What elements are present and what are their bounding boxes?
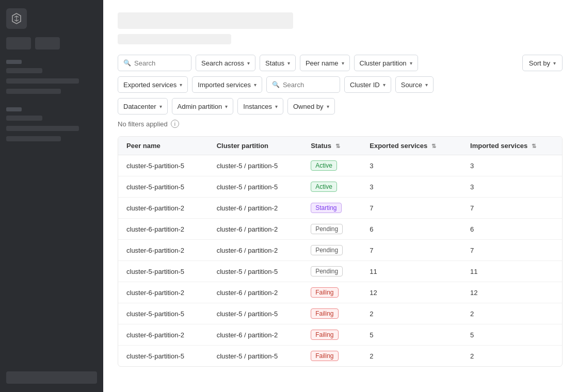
status-filter-button[interactable]: Status ▾ xyxy=(260,55,296,71)
col-imported-services[interactable]: Imported services ⇅ xyxy=(462,137,562,155)
sidebar-btn-2[interactable] xyxy=(35,37,60,50)
search2-input-wrap[interactable]: 🔍 xyxy=(266,76,340,93)
search-across-button[interactable]: Search across ▾ xyxy=(196,55,255,71)
table-row[interactable]: cluster-6-partition-2 cluster-6 / partit… xyxy=(118,198,562,219)
cell-peer-name: cluster-5-partition-5 xyxy=(118,303,209,324)
filter-row-3: Datacenter ▾ Admin partition ▾ Instances… xyxy=(118,98,563,115)
cell-peer-name: cluster-5-partition-5 xyxy=(118,155,209,176)
table-row[interactable]: cluster-6-partition-2 cluster-6 / partit… xyxy=(118,240,562,261)
cell-exported-services: 7 xyxy=(361,240,462,261)
col-peer-name: Peer name xyxy=(118,137,209,155)
sidebar-nav-item-3[interactable] xyxy=(6,89,61,94)
cell-cluster-partition: cluster-6 / partition-2 xyxy=(209,324,303,346)
status-badge: Failing xyxy=(311,287,338,298)
admin-partition-chevron-icon: ▾ xyxy=(225,104,228,109)
cell-exported-services: 3 xyxy=(361,176,462,198)
cell-imported-services: 11 xyxy=(462,261,562,282)
cell-imported-services: 2 xyxy=(462,303,562,324)
cluster-partition-filter-button[interactable]: Cluster partition ▾ xyxy=(354,55,418,71)
table-row[interactable]: cluster-5-partition-5 cluster-5 / partit… xyxy=(118,346,562,367)
col-cluster-partition: Cluster partition xyxy=(209,137,303,155)
imported-sort-arrows: ⇅ xyxy=(532,143,536,150)
status-badge: Starting xyxy=(311,203,341,213)
exported-services-chevron-icon: ▾ xyxy=(180,82,182,88)
cell-status: Active xyxy=(302,155,361,176)
cluster-id-filter-button[interactable]: Cluster ID ▾ xyxy=(344,76,391,93)
status-badge: Active xyxy=(311,160,337,171)
table-row[interactable]: cluster-6-partition-2 cluster-6 / partit… xyxy=(118,324,562,346)
instances-filter-button[interactable]: Instances ▾ xyxy=(237,98,283,115)
no-filters-text: No filters applied xyxy=(118,120,168,128)
hashicorp-logo-icon xyxy=(10,12,23,25)
sidebar-nav-item-1[interactable] xyxy=(6,68,42,73)
table-row[interactable]: cluster-6-partition-2 cluster-6 / partit… xyxy=(118,282,562,303)
exported-services-filter-button[interactable]: Exported services ▾ xyxy=(118,76,188,93)
col-exported-services[interactable]: Exported services ⇅ xyxy=(361,137,462,155)
cluster-partition-label: Cluster partition xyxy=(360,59,407,67)
cell-cluster-partition: cluster-6 / partition-2 xyxy=(209,198,303,219)
cell-exported-services: 7 xyxy=(361,198,462,219)
cell-peer-name: cluster-6-partition-2 xyxy=(118,219,209,240)
search2-input[interactable] xyxy=(283,81,334,89)
table-row[interactable]: cluster-5-partition-5 cluster-5 / partit… xyxy=(118,303,562,324)
cluster-id-chevron-icon: ▾ xyxy=(383,82,386,88)
status-badge: Failing xyxy=(311,308,338,319)
main-content: 🔍 Search across ▾ Status ▾ Peer name ▾ C… xyxy=(103,0,577,392)
logo[interactable] xyxy=(6,8,27,29)
admin-partition-filter-button[interactable]: Admin partition ▾ xyxy=(172,98,234,115)
search-input-wrap[interactable]: 🔍 xyxy=(118,55,191,71)
admin-partition-label: Admin partition xyxy=(178,103,222,110)
page-subtitle-bar xyxy=(118,34,231,44)
cell-peer-name: cluster-5-partition-5 xyxy=(118,261,209,282)
exported-services-label: Exported services xyxy=(123,81,177,89)
sidebar-btn-1[interactable] xyxy=(6,37,31,50)
cell-cluster-partition: cluster-5 / partition-5 xyxy=(209,261,303,282)
cell-status: Failing xyxy=(302,303,361,324)
table-row[interactable]: cluster-6-partition-2 cluster-6 / partit… xyxy=(118,219,562,240)
cell-imported-services: 7 xyxy=(462,198,562,219)
sidebar-section-label-1 xyxy=(6,60,22,64)
status-badge: Pending xyxy=(311,266,343,276)
owned-by-label: Owned by xyxy=(293,103,324,110)
sidebar-nav-item-5[interactable] xyxy=(6,126,79,131)
search-input[interactable] xyxy=(134,59,186,67)
table-row[interactable]: cluster-5-partition-5 cluster-5 / partit… xyxy=(118,155,562,176)
no-filters-notice: No filters applied i xyxy=(118,120,563,128)
sidebar-nav-item-2[interactable] xyxy=(6,78,79,84)
cell-imported-services: 2 xyxy=(462,346,562,367)
exported-sort-arrows: ⇅ xyxy=(431,143,436,150)
imported-services-filter-button[interactable]: Imported services ▾ xyxy=(192,76,262,93)
sidebar-nav-item-4[interactable] xyxy=(6,116,42,121)
status-badge: Pending xyxy=(311,224,343,234)
cell-imported-services: 12 xyxy=(462,282,562,303)
table-row[interactable]: cluster-5-partition-5 cluster-5 / partit… xyxy=(118,261,562,282)
table-row[interactable]: cluster-5-partition-5 cluster-5 / partit… xyxy=(118,176,562,198)
col-status[interactable]: Status ⇅ xyxy=(302,137,361,155)
cell-peer-name: cluster-6-partition-2 xyxy=(118,282,209,303)
cell-cluster-partition: cluster-5 / partition-5 xyxy=(209,176,303,198)
peer-name-filter-button[interactable]: Peer name ▾ xyxy=(300,55,350,71)
sidebar-nav-item-6[interactable] xyxy=(6,136,61,141)
instances-label: Instances xyxy=(243,103,272,110)
instances-chevron-icon: ▾ xyxy=(275,104,278,109)
sidebar-section-2 xyxy=(6,107,97,146)
sidebar-action-buttons xyxy=(6,37,97,50)
cell-status: Starting xyxy=(302,198,361,219)
status-badge: Failing xyxy=(311,351,338,361)
sort-by-button[interactable]: Sort by ▾ xyxy=(522,55,563,71)
table-body: cluster-5-partition-5 cluster-5 / partit… xyxy=(118,155,562,367)
datacenter-filter-button[interactable]: Datacenter ▾ xyxy=(118,98,168,115)
cell-status: Pending xyxy=(302,219,361,240)
peers-table: Peer name Cluster partition Status ⇅ Exp… xyxy=(118,137,562,366)
cluster-partition-chevron-icon: ▾ xyxy=(410,60,412,66)
source-label: Source xyxy=(401,81,422,89)
owned-by-filter-button[interactable]: Owned by ▾ xyxy=(287,98,335,115)
cell-peer-name: cluster-6-partition-2 xyxy=(118,324,209,346)
info-icon[interactable]: i xyxy=(171,120,179,128)
cell-imported-services: 3 xyxy=(462,155,562,176)
owned-by-chevron-icon: ▾ xyxy=(327,104,329,109)
sort-by-label: Sort by xyxy=(529,59,550,67)
imported-services-label: Imported services xyxy=(198,81,251,89)
cell-peer-name: cluster-5-partition-5 xyxy=(118,176,209,198)
source-filter-button[interactable]: Source ▾ xyxy=(395,76,434,93)
